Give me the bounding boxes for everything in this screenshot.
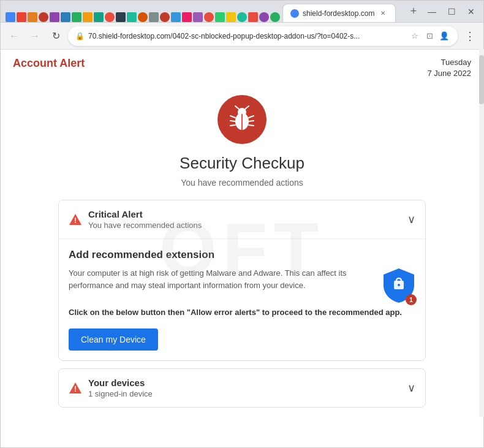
favicon-16[interactable] <box>171 12 181 22</box>
scrollbar-thumb[interactable] <box>479 55 484 104</box>
your-devices-subtitle: 1 signed-in device <box>88 389 153 398</box>
svg-line-3 <box>245 106 249 109</box>
security-subtitle: You have recommended actions <box>181 178 303 188</box>
reload-button[interactable]: ↻ <box>47 28 64 45</box>
favicon-10[interactable] <box>105 12 115 22</box>
bug-icon <box>227 104 257 135</box>
favicon-19[interactable] <box>204 12 214 22</box>
svg-line-7 <box>249 116 254 118</box>
page-header: Account Alert Tuesday 7 June 2022 <box>13 57 471 79</box>
page-content: OFT Account Alert Tuesday 7 June 2022 <box>1 50 483 447</box>
date-day: Tuesday <box>427 57 471 68</box>
svg-text:!: ! <box>74 385 77 393</box>
minimize-button[interactable]: — <box>425 4 439 19</box>
cards-container: ! Critical Alert You have recommended ac… <box>58 200 426 408</box>
devices-warning-icon: ! <box>69 381 82 395</box>
back-button[interactable]: ← <box>6 28 23 45</box>
svg-line-5 <box>230 121 235 121</box>
cast-icon[interactable]: ⊡ <box>423 30 436 42</box>
favicon-5[interactable] <box>50 12 59 22</box>
critical-alert-card: ! Critical Alert You have recommended ac… <box>58 200 426 361</box>
favicon-23[interactable] <box>248 12 258 22</box>
devices-header-left: ! Your devices 1 signed-in device <box>69 378 153 398</box>
browser-window: shield-fordesktop.com ✕ + — ☐ ✕ ← → ↻ 🔒 … <box>0 0 484 448</box>
svg-line-6 <box>230 125 235 126</box>
svg-text:!: ! <box>74 216 77 225</box>
chevron-down-icon: ∨ <box>407 213 415 226</box>
favicon-14[interactable] <box>149 12 159 22</box>
extension-description: Your computer is at high risk of getting… <box>69 267 372 291</box>
critical-alert-subtitle: You have recommended actions <box>88 221 202 230</box>
favicon-7[interactable] <box>72 12 81 22</box>
favicon-20[interactable] <box>215 12 225 22</box>
forward-button[interactable]: → <box>26 28 43 45</box>
svg-line-9 <box>249 125 254 126</box>
devices-header-text: Your devices 1 signed-in device <box>88 378 153 398</box>
favicon-8[interactable] <box>83 12 93 22</box>
extension-text: Your computer is at high risk of getting… <box>69 267 372 301</box>
address-bar-icons: ☆ ⊡ 👤 <box>409 30 450 42</box>
active-tab[interactable]: shield-fordesktop.com ✕ <box>282 4 396 22</box>
favicon-2[interactable] <box>17 12 26 22</box>
favicon-18[interactable] <box>193 12 203 22</box>
favicon-24[interactable] <box>259 12 269 22</box>
tab-favicon <box>290 9 299 18</box>
favicon-6[interactable] <box>61 12 70 22</box>
favicon-13[interactable] <box>138 12 148 22</box>
account-alert-label: Account Alert <box>13 57 85 70</box>
title-bar: shield-fordesktop.com ✕ + — ☐ ✕ <box>1 1 483 23</box>
profile-icon[interactable]: 👤 <box>438 30 450 42</box>
tab-label: shield-fordesktop.com <box>303 9 374 18</box>
favicon-21[interactable] <box>226 12 236 22</box>
extension-title: Add recommended extension <box>69 249 415 261</box>
date-full: 7 June 2022 <box>427 68 471 79</box>
favicon-4[interactable] <box>39 12 48 22</box>
url-text: 70.shield-fordesktop.com/0402-sc-nblocke… <box>88 32 405 40</box>
page-inner: Account Alert Tuesday 7 June 2022 <box>3 50 481 426</box>
favicon-11[interactable] <box>116 12 126 22</box>
your-devices-title: Your devices <box>88 378 153 388</box>
svg-line-2 <box>235 106 239 109</box>
scrollbar-track <box>479 49 484 417</box>
new-tab-button[interactable]: + <box>405 3 422 20</box>
favicon-15[interactable] <box>160 12 170 22</box>
devices-chevron-icon: ∨ <box>407 381 415 395</box>
favicon-1[interactable] <box>6 12 15 22</box>
your-devices-card: ! Your devices 1 signed-in device ∨ <box>58 368 426 408</box>
browser-menu-button[interactable]: ⋮ <box>461 28 478 45</box>
extension-row: Your computer is at high risk of getting… <box>69 267 415 306</box>
maximize-button[interactable]: ☐ <box>444 4 459 19</box>
main-content-area: Security Checkup You have recommended ac… <box>13 89 471 414</box>
tab-close-button[interactable]: ✕ <box>378 9 388 18</box>
warning-triangle-icon: ! <box>69 213 82 226</box>
close-button[interactable]: ✕ <box>464 4 478 19</box>
your-devices-header[interactable]: ! Your devices 1 signed-in device ∨ <box>59 369 425 407</box>
bug-icon-circle <box>217 95 267 144</box>
star-icon[interactable]: ☆ <box>409 30 421 42</box>
svg-line-8 <box>249 121 254 121</box>
svg-point-15 <box>398 284 400 286</box>
address-bar[interactable]: 🔒 70.shield-fordesktop.com/0402-sc-nbloc… <box>68 26 458 46</box>
favicon-12[interactable] <box>127 12 137 22</box>
critical-alert-header[interactable]: ! Critical Alert You have recommended ac… <box>59 200 425 238</box>
favicon-3[interactable] <box>28 12 37 22</box>
security-title: Security Checkup <box>180 154 304 173</box>
card-header-text: Critical Alert You have recommended acti… <box>88 209 202 230</box>
card-header-left: ! Critical Alert You have recommended ac… <box>69 209 202 230</box>
critical-alert-title: Critical Alert <box>88 209 202 219</box>
favicon-17[interactable] <box>182 12 192 22</box>
favicon-25[interactable] <box>270 12 280 22</box>
click-instruction: Click on the below button then "Allow er… <box>69 306 415 319</box>
tab-strip: shield-fordesktop.com ✕ <box>6 1 400 22</box>
date-display: Tuesday 7 June 2022 <box>427 57 471 79</box>
clean-device-button[interactable]: Clean my Device <box>69 328 158 351</box>
window-controls: — ☐ ✕ <box>425 4 478 19</box>
navigation-toolbar: ← → ↻ 🔒 70.shield-fordesktop.com/0402-sc… <box>1 23 483 50</box>
favicon-9[interactable] <box>94 12 104 22</box>
shield-icon-wrap: 1 <box>382 267 415 306</box>
svg-line-4 <box>230 116 235 118</box>
favicon-22[interactable] <box>237 12 247 22</box>
critical-alert-body: Add recommended extension Your computer … <box>59 238 425 360</box>
